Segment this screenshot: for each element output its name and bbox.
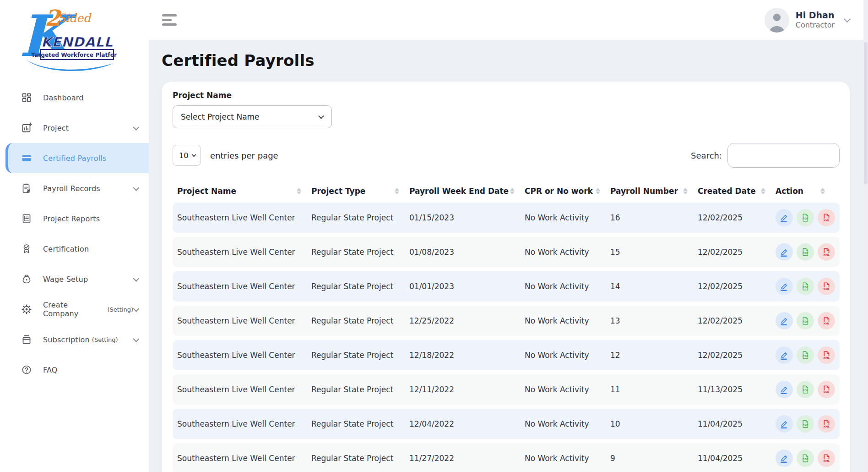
download-pdf-button[interactable] — [797, 278, 814, 295]
sidebar-item-faq[interactable]: FAQ — [0, 355, 149, 385]
project-select-value: Select Project Name — [181, 112, 260, 121]
edit-button[interactable] — [776, 346, 793, 364]
download-xml-button[interactable] — [818, 415, 835, 433]
payrolls-card: Project Name Select Project Name 10 entr… — [162, 82, 850, 472]
table-row: Southeastern Live Well CenterRegular Sta… — [173, 409, 840, 439]
scrollbar[interactable] — [863, 0, 868, 472]
column-header-action[interactable]: Action — [776, 187, 835, 196]
search-input[interactable] — [727, 143, 840, 168]
column-header-project-name[interactable]: Project Name — [177, 187, 311, 196]
cell-created-date: 12/02/2025 — [698, 351, 776, 360]
cell-actions — [776, 415, 835, 433]
edit-button[interactable] — [776, 312, 793, 329]
download-pdf-button[interactable] — [797, 346, 814, 364]
sidebar-item-project-reports[interactable]: Project Reports — [0, 203, 149, 234]
column-header-project-type[interactable]: Project Type — [311, 187, 409, 196]
column-header-label: Payroll Number — [610, 187, 678, 196]
cell-created-date: 11/13/2025 — [698, 385, 776, 394]
cell-actions — [776, 243, 835, 261]
sort-icon[interactable] — [395, 188, 399, 194]
download-pdf-button[interactable] — [797, 415, 814, 433]
sidebar-item-label: Create Company — [43, 301, 105, 318]
hamburger-menu-icon[interactable] — [162, 14, 177, 26]
column-header-created-date[interactable]: Created Date — [698, 187, 776, 196]
scrollbar-thumb[interactable] — [864, 42, 868, 184]
payrolls-table: Project Name Project Type Payroll Week E… — [173, 180, 840, 472]
certification-badge-icon — [21, 243, 32, 254]
download-pdf-button[interactable] — [797, 312, 814, 329]
table-row: Southeastern Live Well CenterRegular Sta… — [173, 271, 840, 302]
download-pdf-button[interactable] — [797, 243, 814, 261]
edit-button[interactable] — [776, 415, 793, 433]
download-xml-button[interactable] — [818, 312, 835, 329]
pencil-icon — [779, 247, 789, 257]
cell-project-type: Regular State Project — [311, 247, 409, 257]
chevron-down-icon — [133, 306, 139, 312]
cell-payroll-number: 15 — [610, 247, 698, 257]
download-pdf-button[interactable] — [797, 209, 814, 226]
xml-icon — [821, 419, 831, 429]
cell-created-date: 12/02/2025 — [698, 316, 776, 325]
edit-button[interactable] — [776, 278, 793, 295]
sidebar: K 2 Sided KENDALL Targeted Workforce Pla… — [0, 0, 149, 472]
cell-project-type: Regular State Project — [311, 385, 409, 394]
table-row: Southeastern Live Well CenterRegular Sta… — [173, 203, 840, 233]
chevron-down-icon[interactable] — [844, 16, 851, 23]
pencil-icon — [779, 350, 789, 360]
column-header-payroll-number[interactable]: Payroll Number — [610, 187, 698, 196]
project-name-select[interactable]: Select Project Name — [173, 105, 332, 128]
sidebar-item-label: Wage Setup — [43, 275, 88, 284]
cell-payroll-number: 10 — [610, 419, 698, 428]
column-header-label: Project Type — [311, 187, 365, 196]
logo-tagline: Targeted Workforce Platform — [31, 52, 117, 58]
cell-cpr-or-no-work: No Work Activity — [525, 247, 610, 257]
sidebar-item-wage-setup[interactable]: Wage Setup — [0, 264, 149, 294]
table-body: Southeastern Live Well CenterRegular Sta… — [173, 203, 840, 472]
sort-icon[interactable] — [761, 188, 765, 194]
column-header-cpr-or-no-work[interactable]: CPR or No work — [525, 187, 610, 196]
download-xml-button[interactable] — [818, 450, 835, 467]
cell-project-type: Regular State Project — [311, 316, 409, 325]
edit-button[interactable] — [776, 243, 793, 261]
download-pdf-button[interactable] — [797, 381, 814, 398]
edit-button[interactable] — [776, 381, 793, 398]
sort-icon[interactable] — [596, 188, 600, 194]
cell-payroll-number: 16 — [610, 213, 698, 222]
download-xml-button[interactable] — [818, 278, 835, 295]
pencil-icon — [779, 419, 789, 429]
pencil-icon — [779, 281, 789, 291]
pdf-icon — [800, 384, 810, 395]
table-header: Project Name Project Type Payroll Week E… — [173, 180, 840, 203]
cell-project-name: Southeastern Live Well Center — [177, 385, 311, 394]
edit-button[interactable] — [776, 209, 793, 226]
column-header-label: Payroll Week End Date — [409, 187, 509, 196]
download-xml-button[interactable] — [818, 346, 835, 364]
download-xml-button[interactable] — [818, 243, 835, 261]
sort-icon[interactable] — [297, 188, 301, 194]
sidebar-item-payroll-records[interactable]: Payroll Records — [0, 173, 149, 203]
cell-cpr-or-no-work: No Work Activity — [525, 213, 610, 222]
sidebar-item-create-company[interactable]: Create Company (Setting) — [0, 294, 149, 324]
download-xml-button[interactable] — [818, 381, 835, 398]
credit-card-icon — [21, 153, 32, 164]
sort-icon[interactable] — [820, 188, 825, 194]
user-menu[interactable]: Hi Dhan Contractor — [765, 8, 849, 33]
entries-per-page-select[interactable]: 10 — [173, 145, 201, 166]
sidebar-item-certification[interactable]: Certification — [0, 234, 149, 264]
edit-button[interactable] — [776, 450, 793, 467]
sidebar-item-certified-payrolls[interactable]: Certified Payrolls — [5, 143, 149, 173]
project-name-label: Project Name — [173, 91, 840, 100]
sidebar-item-dashboard[interactable]: Dashboard — [0, 82, 149, 113]
download-pdf-button[interactable] — [797, 450, 814, 467]
page-title: Certified Payrolls — [162, 51, 850, 70]
sort-icon[interactable] — [683, 188, 688, 194]
sidebar-item-subscription[interactable]: Subscription (Setting) — [0, 324, 149, 355]
download-xml-button[interactable] — [818, 209, 835, 226]
sidebar-item-project[interactable]: Project — [0, 113, 149, 143]
cell-actions — [776, 346, 835, 364]
sort-icon[interactable] — [510, 188, 515, 194]
cell-project-name: Southeastern Live Well Center — [177, 454, 311, 463]
user-role: Contractor — [796, 21, 835, 30]
column-header-payroll-week-end-date[interactable]: Payroll Week End Date — [409, 187, 525, 196]
avatar[interactable] — [765, 8, 789, 33]
